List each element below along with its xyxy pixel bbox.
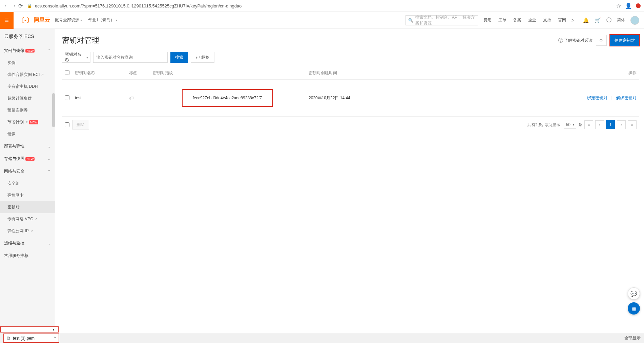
sidebar-item-eip[interactable]: 弹性公网 IP↗ — [0, 225, 55, 237]
global-search[interactable]: 🔍 搜索文档、控制台、API、解决方案和资源 — [405, 15, 478, 25]
page-summary: 共有1条, 每页显示: — [527, 122, 562, 128]
sidebar-group-recommend[interactable]: 常用服务推荐 — [0, 249, 55, 262]
nav-ticket[interactable]: 工单 — [498, 17, 506, 23]
apps-button[interactable]: ▦ — [628, 302, 640, 315]
chevron-down-icon: ▾ — [53, 327, 55, 332]
page-prev[interactable]: ‹ — [595, 120, 604, 129]
checkbox-footer[interactable] — [65, 122, 69, 127]
col-actions: 操作 — [448, 70, 637, 76]
cart-icon[interactable]: 🛒 — [595, 17, 601, 23]
sidebar-item-image[interactable]: 镜像 — [0, 128, 55, 140]
lock-icon: 🔒 — [27, 3, 32, 8]
bind-link[interactable]: 绑定密钥对 — [587, 96, 607, 100]
toolbar: 密钥对名称 搜索 🏷标签 — [62, 52, 639, 63]
cell-fingerprint: fecc927ebd3de4e4ca2aee89288c72f7 — [182, 89, 273, 107]
logo-text: 阿里云 — [34, 17, 50, 24]
page-unit: 条 — [578, 122, 582, 128]
filter-input[interactable] — [93, 52, 168, 63]
browser-back[interactable]: ← — [3, 3, 10, 9]
chevron-down-icon: ⌄ — [47, 144, 51, 149]
tag-icon: 🏷 — [196, 55, 200, 60]
sidebar-group-storage[interactable]: 存储与快照 NEW ⌄ — [0, 153, 55, 165]
help-link[interactable]: ?了解密钥对必读 — [558, 38, 593, 43]
sidebar-item-keypair[interactable]: 密钥对 — [0, 201, 55, 213]
region-dropdown[interactable]: 华北1（青岛） — [88, 17, 117, 23]
logo[interactable]: 〔-〕 阿里云 — [18, 16, 50, 24]
delete-button[interactable]: 删除 — [72, 120, 89, 129]
new-badge: NEW — [25, 157, 35, 161]
logo-icon: 〔-〕 — [18, 16, 33, 24]
hamburger-menu[interactable]: ≡ — [0, 12, 14, 29]
sidebar-item-eni[interactable]: 弹性网卡 — [0, 189, 55, 201]
sidebar-item-ddh[interactable]: 专有宿主机 DDH — [0, 81, 55, 93]
notification-icon[interactable]: 🔔 — [583, 17, 589, 23]
page-size-select[interactable]: 50 — [564, 121, 576, 129]
lang-switch[interactable]: 简体 — [617, 17, 625, 23]
tag-icon[interactable]: 🏷 — [129, 95, 134, 101]
chevron-up-icon: ⌃ — [47, 48, 51, 53]
sidebar-item-eci[interactable]: 弹性容器实例 ECI↗ — [0, 69, 55, 81]
nav-enterprise[interactable]: 企业 — [528, 17, 536, 23]
page-last[interactable]: » — [628, 120, 637, 129]
sidebar-item-vpc[interactable]: 专有网络 VPC↗ — [0, 213, 55, 225]
chevron-up-icon: ⌃ — [47, 169, 51, 174]
chevron-down-icon: ⌄ — [47, 241, 51, 246]
sidebar-group-network[interactable]: 网络与安全⌃ — [0, 165, 55, 178]
filter-select[interactable]: 密钥对名称 — [62, 52, 90, 63]
refresh-button[interactable]: ⟳ — [596, 35, 607, 46]
external-icon: ↗ — [25, 120, 28, 124]
download-dropdown[interactable]: ▾ — [0, 326, 59, 332]
cloudshell-icon[interactable]: >_ — [572, 17, 577, 23]
col-tag: 标签 — [129, 70, 153, 76]
external-icon: ↗ — [41, 73, 44, 77]
tag-button[interactable]: 🏷标签 — [191, 52, 214, 63]
col-time: 密钥对创建时间 — [302, 70, 448, 76]
nav-billing[interactable]: 费用 — [483, 17, 492, 23]
sidebar-group-deploy[interactable]: 部署与弹性⌄ — [0, 140, 55, 153]
sidebar-group-instance[interactable]: 实例与镜像 NEW ⌃ — [0, 44, 55, 57]
sidebar-group-ops[interactable]: 运维与监控⌄ — [0, 237, 55, 249]
page-next[interactable]: › — [617, 120, 626, 129]
profile-icon[interactable]: 👤 — [625, 3, 632, 9]
nav-site[interactable]: 官网 — [558, 17, 566, 23]
account-dropdown[interactable]: 账号全部资源 — [55, 17, 82, 23]
pagination: 共有1条, 每页显示: 50 条 « ‹ 1 › » — [527, 120, 637, 129]
search-button[interactable]: 搜索 — [170, 52, 188, 63]
create-button[interactable]: 创建密钥对 — [610, 35, 639, 46]
cell-name: test — [75, 96, 129, 100]
page-current[interactable]: 1 — [606, 120, 615, 129]
extension-icon[interactable] — [636, 3, 641, 8]
sidebar: 云服务器 ECS 实例与镜像 NEW ⌃ 实例 弹性容器实例 ECI↗ 专有宿主… — [0, 29, 55, 333]
browser-reload[interactable]: ⟳ — [17, 3, 24, 9]
main-content: 密钥对管理 ?了解密钥对必读 ⟳ 创建密钥对 密钥对名称 搜索 🏷标签 密钥对名… — [55, 29, 644, 333]
page-first[interactable]: « — [584, 120, 593, 129]
chat-button[interactable]: 💬 — [628, 287, 640, 300]
scrollbar[interactable] — [52, 93, 55, 127]
chevron-down-icon: ⌄ — [47, 157, 51, 161]
sidebar-item-instance[interactable]: 实例 — [0, 57, 55, 69]
external-icon: ↗ — [30, 229, 33, 233]
new-badge: NEW — [29, 120, 38, 124]
browser-forward[interactable]: → — [10, 3, 17, 9]
search-placeholder: 搜索文档、控制台、API、解决方案和资源 — [415, 15, 475, 26]
table-footer: 删除 共有1条, 每页显示: 50 条 « ‹ 1 › » — [62, 117, 639, 133]
checkbox-all[interactable] — [65, 70, 69, 75]
help-icon[interactable]: ⓘ — [606, 17, 611, 23]
star-icon[interactable]: ☆ — [616, 3, 621, 9]
sidebar-item-savings[interactable]: 节省计划↗ NEW — [0, 116, 55, 128]
nav-support[interactable]: 支持 — [543, 17, 551, 23]
keypair-table: 密钥对名称 标签 密钥对指纹 密钥对创建时间 操作 test 🏷 fecc927… — [62, 67, 639, 133]
checkbox-row[interactable] — [65, 95, 69, 100]
cell-time: 2020年10月22日 14:44 — [302, 95, 448, 101]
nav-icp[interactable]: 备案 — [513, 17, 521, 23]
col-name: 密钥对名称 — [75, 70, 129, 76]
sidebar-item-reserved[interactable]: 预留实例券 — [0, 104, 55, 116]
browser-bar: ← → ⟳ 🔒 ecs.console.aliyun.com/?spm=5176… — [0, 0, 644, 12]
sidebar-item-scc[interactable]: 超级计算集群 — [0, 93, 55, 104]
url-text: ecs.console.aliyun.com/?spm=5176.1290101… — [35, 3, 242, 8]
sidebar-title[interactable]: 云服务器 ECS — [0, 29, 55, 44]
top-header: ≡ 〔-〕 阿里云 账号全部资源 华北1（青岛） 🔍 搜索文档、控制台、API、… — [0, 12, 644, 29]
sidebar-item-secgroup[interactable]: 安全组 — [0, 178, 55, 189]
unbind-link[interactable]: 解绑密钥对 — [616, 96, 637, 100]
avatar[interactable] — [630, 16, 639, 25]
